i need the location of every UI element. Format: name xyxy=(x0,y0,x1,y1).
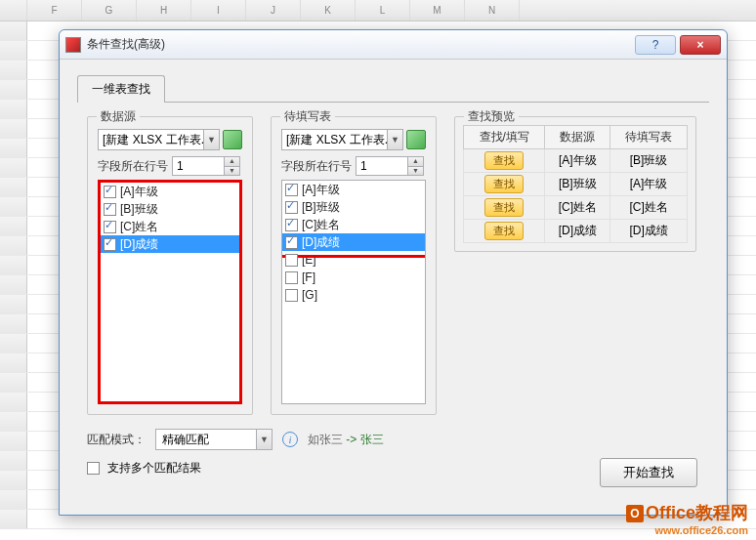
row-header[interactable] xyxy=(0,353,27,372)
close-button[interactable]: × xyxy=(680,35,721,55)
row-header[interactable] xyxy=(0,197,27,216)
row-header[interactable] xyxy=(0,510,27,528)
source-fields-list[interactable]: [A]年级[B]班级[C]姓名[D]成绩 xyxy=(98,180,242,404)
row-header[interactable] xyxy=(0,432,27,450)
list-item[interactable]: [D]成绩 xyxy=(282,233,425,251)
row-header[interactable] xyxy=(0,471,27,489)
worksheet-picker-icon[interactable] xyxy=(223,130,242,149)
list-item[interactable]: [A]年级 xyxy=(282,181,425,198)
source-workbook-combo[interactable]: [新建 XLSX 工作表.x xyxy=(98,129,204,150)
list-item[interactable]: [D]成绩 xyxy=(101,235,239,253)
match-hint: 如张三 -> 张三 xyxy=(308,432,384,448)
field-checkbox[interactable] xyxy=(104,238,116,251)
row-header[interactable] xyxy=(0,256,27,274)
col-header[interactable]: F xyxy=(27,0,82,21)
list-item[interactable]: [A]年级 xyxy=(101,183,239,200)
list-item[interactable]: [B]班级 xyxy=(101,200,239,218)
spin-up-icon[interactable]: ▲ xyxy=(224,157,239,167)
lookup-pill[interactable]: 查找 xyxy=(484,175,524,193)
titlebar[interactable]: 条件查找(高级) ? × xyxy=(60,30,727,60)
row-header[interactable] xyxy=(0,158,27,177)
col-header[interactable]: J xyxy=(246,0,301,21)
preview-src: [A]年级 xyxy=(545,149,610,173)
field-label: [G] xyxy=(302,288,317,302)
row-header[interactable] xyxy=(0,314,27,333)
list-item[interactable]: [C]姓名 xyxy=(282,216,425,233)
field-checkbox[interactable] xyxy=(104,221,116,233)
row-header[interactable] xyxy=(0,236,27,255)
row-header[interactable] xyxy=(0,490,27,509)
col-header[interactable]: G xyxy=(82,0,137,21)
spin-up-icon[interactable]: ▲ xyxy=(407,157,423,167)
field-label: [B]班级 xyxy=(120,201,158,218)
chevron-down-icon[interactable]: ▼ xyxy=(388,129,403,150)
lookup-pill[interactable]: 查找 xyxy=(484,151,524,170)
worksheet-picker-icon[interactable] xyxy=(406,130,426,149)
row-header[interactable] xyxy=(0,119,27,138)
col-header[interactable]: N xyxy=(465,0,520,21)
table-row: 查找 [C]姓名 [C]姓名 xyxy=(464,196,688,220)
row-header[interactable] xyxy=(0,275,27,294)
chevron-down-icon[interactable]: ▼ xyxy=(204,129,220,150)
list-item[interactable]: [F] xyxy=(282,269,425,286)
field-checkbox[interactable] xyxy=(104,186,116,198)
preview-src: [D]成绩 xyxy=(545,220,610,243)
row-header[interactable] xyxy=(0,21,27,40)
row-header[interactable] xyxy=(0,80,27,99)
field-checkbox[interactable] xyxy=(285,184,298,196)
app-icon xyxy=(65,37,81,53)
preview-tgt: [C]姓名 xyxy=(610,196,688,220)
advanced-lookup-dialog: 条件查找(高级) ? × 一维表查找 数据源 [新建 XLSX 工作表.x ▼ xyxy=(59,29,728,516)
field-checkbox[interactable] xyxy=(104,203,116,216)
source-row-spinner[interactable]: 1 ▲▼ xyxy=(172,156,240,176)
row-header[interactable] xyxy=(0,393,27,411)
field-checkbox[interactable] xyxy=(285,271,298,284)
target-group: 待填写表 [新建 XLSX 工作表.x ▼ 字段所在行号 1 ▲▼ xyxy=(271,116,437,415)
multi-match-checkbox[interactable] xyxy=(87,462,100,475)
row-header[interactable] xyxy=(0,61,27,79)
chevron-down-icon[interactable]: ▼ xyxy=(256,430,272,449)
spin-down-icon[interactable]: ▼ xyxy=(407,167,423,176)
info-icon[interactable]: i xyxy=(282,432,298,447)
row-header[interactable] xyxy=(0,139,27,157)
row-header[interactable] xyxy=(0,217,27,235)
dialog-title: 条件查找(高级) xyxy=(87,36,631,53)
lookup-pill[interactable]: 查找 xyxy=(484,198,524,217)
field-checkbox[interactable] xyxy=(285,219,298,231)
field-checkbox[interactable] xyxy=(285,201,298,214)
list-item[interactable]: [C]姓名 xyxy=(101,218,239,235)
row-header[interactable] xyxy=(0,451,27,470)
field-label: [F] xyxy=(302,270,315,284)
list-item[interactable]: [G] xyxy=(282,286,425,304)
start-lookup-button[interactable]: 开始查找 xyxy=(600,458,697,487)
field-checkbox[interactable] xyxy=(285,289,298,302)
row-header[interactable] xyxy=(0,295,27,313)
spin-down-icon[interactable]: ▼ xyxy=(224,167,239,176)
list-item[interactable]: [B]班级 xyxy=(282,198,425,216)
row-header[interactable] xyxy=(0,41,27,60)
column-headers: FGHIJKLMN xyxy=(0,0,756,21)
multi-match-label: 支持多个匹配结果 xyxy=(107,460,201,477)
row-header[interactable] xyxy=(0,373,27,392)
target-row-spinner[interactable]: 1 ▲▼ xyxy=(356,156,424,176)
row-header[interactable] xyxy=(0,334,27,353)
row-header[interactable] xyxy=(0,100,27,118)
preview-table: 查找/填写数据源待填写表 查找 [A]年级 [B]班级 查找 [B]班级 [A]… xyxy=(463,125,688,243)
tab-1d-lookup[interactable]: 一维表查找 xyxy=(77,75,165,103)
row-header[interactable] xyxy=(0,412,27,431)
match-mode-combo[interactable]: 精确匹配 ▼ xyxy=(155,429,273,450)
col-header[interactable]: I xyxy=(191,0,246,21)
col-header[interactable]: M xyxy=(410,0,465,21)
help-button[interactable]: ? xyxy=(635,35,676,55)
col-header[interactable]: H xyxy=(137,0,191,21)
field-label: [A]年级 xyxy=(120,184,158,200)
col-header[interactable]: L xyxy=(356,0,410,21)
lookup-pill[interactable]: 查找 xyxy=(484,222,524,240)
list-item[interactable]: [E] xyxy=(282,251,425,269)
row-header[interactable] xyxy=(0,178,27,196)
target-fields-list[interactable]: [A]年级[B]班级[C]姓名[D]成绩[E][F][G] xyxy=(281,180,426,404)
field-checkbox[interactable] xyxy=(285,236,298,249)
col-header[interactable]: K xyxy=(301,0,356,21)
target-workbook-combo[interactable]: [新建 XLSX 工作表.x xyxy=(281,129,388,150)
field-checkbox[interactable] xyxy=(285,254,298,267)
